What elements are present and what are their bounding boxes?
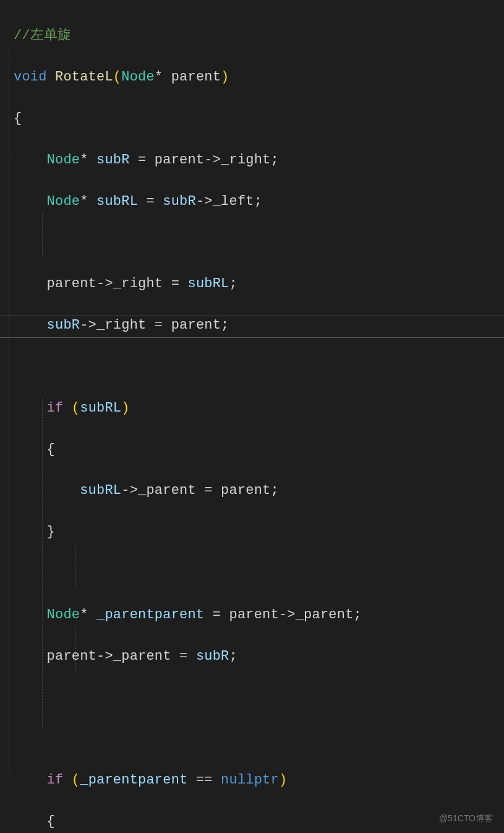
code-editor[interactable]: //左单旋 void RotateL(Node* parent) { Node*… — [0, 0, 504, 833]
code-line[interactable] — [14, 563, 504, 584]
indent-guide — [42, 212, 43, 256]
code-line[interactable]: } — [14, 522, 504, 542]
code-line[interactable] — [14, 687, 504, 707]
code-line[interactable]: subR->_right = parent; — [14, 315, 504, 335]
code-line[interactable]: Node* subRL = subR->_left; — [14, 191, 504, 212]
code-line[interactable] — [14, 232, 504, 252]
code-line[interactable]: void RotateL(Node* parent) — [14, 67, 504, 87]
code-line[interactable] — [14, 356, 504, 377]
code-line[interactable]: parent->_right = subRL; — [14, 274, 504, 294]
code-line[interactable]: { — [14, 439, 504, 460]
code-line[interactable]: if (subRL) — [14, 398, 504, 418]
code-line[interactable]: Node* _parentparent = parent->_parent; — [14, 605, 504, 625]
code-line[interactable]: //左单旋 — [14, 25, 504, 46]
code-line[interactable] — [14, 728, 504, 749]
watermark: @51CTO博客 — [439, 813, 493, 824]
code-line[interactable]: { — [14, 811, 504, 832]
code-line[interactable]: { — [14, 108, 504, 129]
indent-guide — [75, 626, 76, 671]
indent-guide — [9, 48, 9, 774]
code-line[interactable]: Node* subR = parent->_right; — [14, 150, 504, 170]
code-line[interactable]: parent->_parent = subR; — [14, 646, 504, 667]
code-line[interactable]: subRL->_parent = parent; — [14, 480, 504, 501]
indent-guide — [42, 399, 43, 728]
indent-guide — [75, 543, 76, 588]
code-line[interactable]: if (_parentparent == nullptr) — [14, 770, 504, 790]
